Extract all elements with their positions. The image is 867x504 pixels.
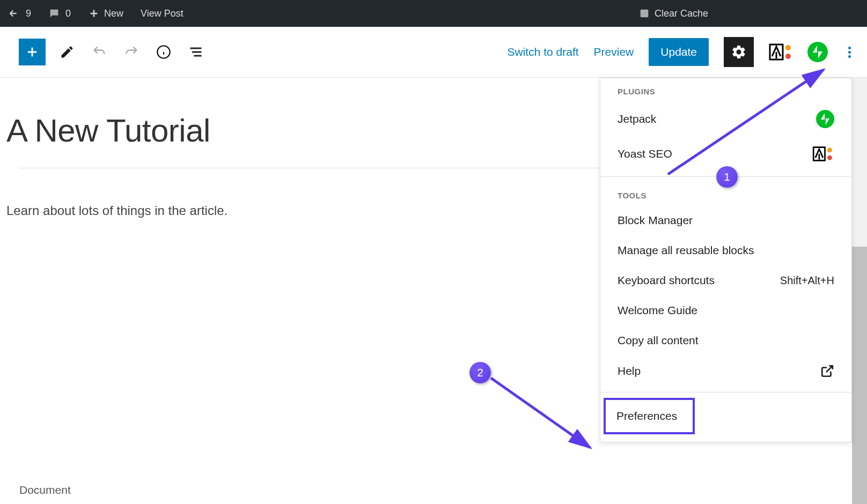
jetpack-button[interactable]: [807, 42, 828, 62]
dropdown-item-label: Jetpack: [618, 113, 656, 125]
switch-to-draft-button[interactable]: Switch to draft: [508, 46, 579, 58]
preview-button[interactable]: Preview: [594, 46, 634, 58]
dropdown-item-label: Welcome Guide: [618, 304, 697, 317]
dropdown-preferences[interactable]: Preferences: [606, 400, 693, 432]
more-options-button[interactable]: [843, 41, 856, 63]
outline-button[interactable]: [185, 41, 207, 63]
plus-icon: [88, 8, 100, 19]
dropdown-block-manager[interactable]: Block Manager: [600, 205, 851, 235]
yoast-icon: [769, 42, 792, 62]
dropdown-item-label: Preferences: [616, 410, 677, 423]
redo-button[interactable]: [121, 41, 142, 63]
admin-updates[interactable]: 9: [5, 8, 34, 19]
info-button[interactable]: [153, 41, 174, 63]
admin-view-post[interactable]: View Post: [137, 8, 187, 19]
new-label: New: [104, 8, 123, 19]
undo-button[interactable]: [89, 41, 110, 63]
dropdown-item-label: Copy all content: [618, 334, 699, 347]
yoast-button[interactable]: [769, 42, 792, 62]
annotation-num: 2: [477, 366, 483, 379]
svg-point-7: [785, 45, 791, 50]
update-icon: [9, 8, 20, 19]
pencil-icon: [60, 45, 75, 60]
dropdown-manage-reusable[interactable]: Manage all reusable blocks: [600, 235, 851, 265]
svg-point-8: [785, 54, 791, 59]
admin-bar-left: 9 0 New View Post: [5, 8, 187, 19]
comments-count: 0: [65, 8, 71, 19]
info-icon: [156, 45, 171, 60]
toolbar-left: [19, 39, 207, 65]
view-post-label: View Post: [141, 8, 183, 19]
updates-count: 9: [26, 8, 31, 19]
shortcut-key: Shift+Alt+H: [780, 275, 834, 287]
redo-icon: [124, 45, 139, 60]
annotation-num: 1: [724, 171, 730, 183]
dropdown-item-label: Manage all reusable blocks: [618, 244, 754, 257]
dropdown-keyboard-shortcuts[interactable]: Keyboard shortcuts Shift+Alt+H: [600, 265, 851, 295]
dropdown-help[interactable]: Help: [600, 355, 851, 387]
admin-clear-cache[interactable]: Clear Cache: [635, 8, 711, 19]
annotation-arrow-2: [483, 370, 601, 456]
cache-icon: [638, 8, 650, 19]
dropdown-welcome-guide[interactable]: Welcome Guide: [600, 295, 851, 325]
clear-cache-label: Clear Cache: [655, 8, 708, 19]
dot-icon: [848, 47, 851, 49]
undo-icon: [92, 45, 107, 60]
comment-icon: [48, 8, 60, 19]
edit-tool-button[interactable]: [56, 41, 78, 63]
admin-new[interactable]: New: [85, 8, 127, 19]
plus-icon: [25, 45, 40, 60]
gear-icon: [731, 44, 747, 60]
svg-line-12: [491, 378, 590, 448]
dropdown-item-label: Keyboard shortcuts: [618, 274, 715, 287]
dropdown-item-label: Help: [618, 365, 641, 377]
svg-line-11: [668, 70, 824, 174]
dot-icon: [848, 51, 851, 54]
svg-rect-0: [641, 10, 649, 18]
jetpack-icon: [807, 42, 828, 62]
breadcrumb-footer[interactable]: Document: [0, 476, 90, 504]
annotation-badge-2: 2: [469, 362, 491, 383]
breadcrumb-label: Document: [19, 484, 71, 496]
admin-bar: 9 0 New View Post Clear Cache: [0, 0, 867, 27]
add-block-button[interactable]: [19, 39, 46, 65]
dropdown-item-label: Block Manager: [618, 214, 693, 227]
outline-icon: [188, 45, 203, 60]
annotation-arrow-1: [663, 62, 834, 185]
admin-comments[interactable]: 0: [45, 8, 74, 19]
external-link-icon: [820, 364, 834, 378]
annotation-badge-1: 1: [716, 166, 738, 188]
divider: [600, 392, 851, 392]
scrollbar-thumb[interactable]: [852, 247, 867, 504]
dot-icon: [848, 55, 851, 58]
preferences-highlight: Preferences: [604, 398, 695, 434]
dropdown-copy-all[interactable]: Copy all content: [600, 325, 851, 355]
